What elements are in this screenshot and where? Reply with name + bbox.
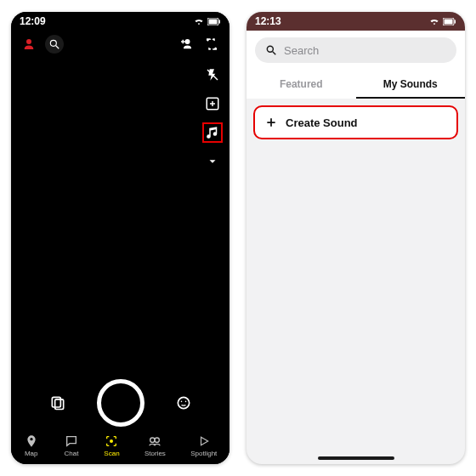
camera-top-strip (11, 31, 230, 58)
status-time: 12:13 (255, 15, 281, 27)
chat-icon (64, 434, 79, 449)
lenses-icon[interactable] (173, 393, 194, 413)
svg-point-18 (267, 46, 273, 52)
nav-label: Scan (104, 450, 119, 457)
svg-point-14 (155, 438, 159, 442)
nav-label: Map (25, 450, 38, 457)
status-time: 12:09 (20, 15, 46, 27)
search-icon (265, 44, 277, 56)
svg-point-12 (110, 439, 113, 443)
home-indicator (318, 456, 394, 460)
gallery-add-icon[interactable] (202, 94, 223, 114)
status-bar: 12:13 (246, 12, 465, 31)
add-friend-icon[interactable] (177, 35, 196, 54)
tab-featured[interactable]: Featured (246, 70, 356, 99)
search-input[interactable]: Search (255, 37, 456, 63)
phone-camera: 12:09 (11, 12, 230, 464)
nav-map[interactable]: Map (24, 434, 39, 457)
play-icon (196, 434, 212, 449)
nav-label: Chat (65, 450, 79, 457)
svg-rect-16 (445, 19, 453, 24)
svg-rect-2 (219, 20, 221, 23)
status-icons (429, 17, 456, 26)
sounds-tabs: Featured My Sounds (246, 70, 465, 99)
wifi-icon (194, 17, 204, 26)
svg-point-3 (50, 40, 56, 46)
scan-icon (104, 434, 119, 449)
plus-icon (265, 116, 277, 128)
svg-rect-17 (455, 20, 456, 23)
nav-label: Spotlight (190, 450, 217, 457)
search-icon[interactable] (45, 35, 64, 54)
svg-point-13 (150, 438, 155, 442)
status-icons (194, 17, 221, 26)
create-sound-label: Create Sound (286, 116, 358, 129)
battery-icon (443, 18, 456, 26)
map-pin-icon (24, 434, 39, 449)
svg-line-4 (56, 46, 60, 49)
nav-label: Stories (144, 450, 166, 457)
search-placeholder: Search (284, 44, 319, 57)
camera-bottom-controls (11, 379, 230, 427)
profile-icon[interactable] (20, 35, 38, 54)
svg-point-10 (180, 401, 182, 403)
nav-stories[interactable]: Stories (144, 434, 166, 457)
stories-icon (147, 434, 162, 449)
memories-icon[interactable] (48, 393, 68, 413)
sounds-panel: Create Sound (246, 99, 465, 146)
flip-camera-icon[interactable] (202, 35, 221, 54)
svg-point-9 (178, 397, 189, 408)
nav-scan[interactable]: Scan (104, 434, 119, 457)
nav-spotlight[interactable]: Spotlight (190, 434, 217, 457)
status-bar: 12:09 (11, 12, 230, 31)
music-icon[interactable] (202, 122, 223, 143)
wifi-icon (429, 17, 439, 26)
create-sound-button[interactable]: Create Sound (255, 107, 456, 138)
tab-mysounds[interactable]: My Sounds (356, 70, 466, 99)
svg-rect-1 (209, 19, 218, 24)
bottom-nav: Map Chat Scan Stories Spotlight (11, 427, 230, 464)
chevron-down-icon[interactable] (202, 151, 223, 172)
battery-icon (207, 18, 221, 26)
shutter-button[interactable] (97, 379, 144, 427)
svg-line-19 (273, 52, 276, 55)
flash-icon[interactable] (202, 65, 223, 85)
search-area: Search (246, 31, 465, 70)
phone-sounds: 12:13 Search Featured My Sounds Crea (246, 12, 465, 464)
svg-point-11 (184, 401, 186, 403)
tab-label: Featured (280, 78, 323, 90)
tab-label: My Sounds (383, 78, 438, 90)
side-toolbar (202, 65, 223, 172)
nav-chat[interactable]: Chat (64, 434, 79, 457)
